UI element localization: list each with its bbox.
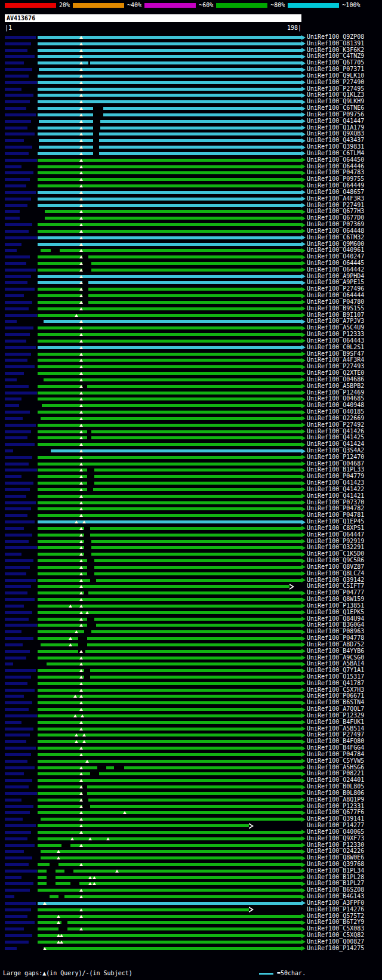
hit-bar[interactable] bbox=[41, 856, 301, 859]
hit-label[interactable]: UniRef100_Q41447 bbox=[307, 118, 364, 125]
hit-bar[interactable] bbox=[38, 236, 301, 239]
hit-bar[interactable] bbox=[38, 837, 301, 840]
hit-label[interactable]: UniRef100_B1PL34 bbox=[307, 868, 364, 874]
hit-bar[interactable] bbox=[38, 36, 301, 39]
hit-bar[interactable] bbox=[38, 921, 301, 924]
hit-bar[interactable] bbox=[38, 353, 301, 356]
hit-bar[interactable] bbox=[38, 269, 301, 272]
hit-bar[interactable] bbox=[38, 753, 301, 756]
hit-bar[interactable] bbox=[38, 288, 301, 291]
hit-bar[interactable] bbox=[38, 546, 301, 549]
hit-bar[interactable] bbox=[38, 514, 301, 517]
hit-bar[interactable] bbox=[38, 392, 301, 395]
hit-bar[interactable] bbox=[38, 198, 301, 201]
hit-bar[interactable] bbox=[45, 217, 301, 220]
hit-bar[interactable] bbox=[38, 223, 301, 226]
hit-bar[interactable] bbox=[38, 747, 301, 750]
hit-bar[interactable] bbox=[38, 463, 301, 466]
hit-bar[interactable] bbox=[38, 307, 301, 310]
hit-bar[interactable] bbox=[38, 572, 301, 575]
hit-bar[interactable] bbox=[38, 785, 301, 788]
hit-bar[interactable] bbox=[38, 49, 301, 52]
hit-bar[interactable] bbox=[38, 611, 301, 614]
hit-bar[interactable] bbox=[38, 792, 301, 795]
hit-bar[interactable] bbox=[38, 411, 301, 414]
hit-bar[interactable] bbox=[38, 805, 301, 808]
hit-label[interactable]: UniRef100_Q8LCZ4 bbox=[307, 571, 364, 577]
hit-bar[interactable] bbox=[38, 204, 301, 207]
hit-bar[interactable] bbox=[38, 650, 301, 653]
hit-bar[interactable] bbox=[38, 915, 301, 918]
hit-bar[interactable] bbox=[38, 799, 301, 802]
hit-bar[interactable] bbox=[38, 507, 301, 510]
hit-bar[interactable] bbox=[38, 501, 301, 504]
hit-bar[interactable] bbox=[39, 68, 301, 71]
hit-label[interactable]: UniRef100_O64442 bbox=[307, 267, 364, 273]
hit-bar[interactable] bbox=[38, 760, 301, 763]
hit-bar[interactable] bbox=[38, 482, 301, 485]
hit-bar[interactable] bbox=[38, 605, 301, 608]
hit-bar[interactable] bbox=[38, 152, 301, 155]
hit-label[interactable]: UniRef100_P14275 bbox=[307, 945, 364, 952]
hit-bar[interactable] bbox=[38, 346, 301, 349]
hit-label[interactable]: UniRef100_B4YYB6 bbox=[307, 648, 364, 655]
hit-bar[interactable] bbox=[38, 191, 301, 194]
hit-bar[interactable] bbox=[38, 553, 301, 556]
hit-bar[interactable] bbox=[38, 475, 301, 478]
hit-label[interactable]: UniRef100_A4F3R3 bbox=[307, 196, 364, 202]
hit-bar[interactable] bbox=[38, 113, 301, 116]
hit-bar[interactable] bbox=[38, 534, 301, 537]
hit-bar[interactable] bbox=[38, 262, 301, 265]
hit-bar[interactable] bbox=[38, 94, 301, 97]
hit-bar[interactable] bbox=[38, 708, 301, 711]
hit-bar[interactable] bbox=[38, 598, 301, 601]
hit-bar[interactable] bbox=[50, 895, 301, 898]
hit-bar[interactable] bbox=[38, 88, 301, 91]
hit-bar[interactable] bbox=[38, 326, 301, 329]
hit-bar[interactable] bbox=[38, 701, 301, 704]
hit-bar[interactable] bbox=[38, 566, 301, 569]
hit-label[interactable]: UniRef100_P27490 bbox=[307, 79, 364, 86]
hit-bar[interactable] bbox=[38, 159, 301, 162]
hit-bar[interactable] bbox=[38, 863, 301, 866]
hit-bar[interactable] bbox=[38, 772, 301, 775]
hit-bar[interactable] bbox=[38, 889, 301, 892]
hit-bar[interactable] bbox=[38, 132, 301, 135]
hit-bar[interactable] bbox=[38, 340, 301, 343]
hit-bar[interactable] bbox=[38, 624, 301, 627]
hit-bar[interactable] bbox=[38, 657, 301, 660]
hit-bar[interactable] bbox=[38, 695, 301, 698]
hit-bar[interactable] bbox=[38, 301, 301, 304]
hit-bar[interactable] bbox=[38, 436, 301, 439]
hit-bar[interactable] bbox=[38, 430, 301, 433]
hit-bar[interactable] bbox=[47, 662, 301, 665]
hit-bar[interactable] bbox=[38, 424, 301, 427]
hit-bar[interactable] bbox=[38, 230, 301, 233]
hit-bar[interactable] bbox=[38, 495, 301, 498]
hit-bar[interactable] bbox=[38, 728, 301, 731]
hit-label[interactable]: UniRef100_O64450 bbox=[307, 157, 364, 164]
hit-bar[interactable] bbox=[38, 107, 301, 110]
hit-label[interactable]: UniRef100_P12470 bbox=[307, 454, 364, 461]
hit-label[interactable]: UniRef100_Q1EPK5 bbox=[307, 609, 364, 616]
hit-bar[interactable] bbox=[38, 171, 301, 174]
hit-bar[interactable] bbox=[38, 255, 301, 258]
hit-bar[interactable] bbox=[38, 766, 301, 769]
hit-label[interactable]: UniRef100_O81391 bbox=[307, 41, 364, 47]
hit-bar[interactable] bbox=[38, 637, 301, 640]
hit-bar[interactable] bbox=[38, 540, 301, 543]
hit-bar[interactable] bbox=[39, 120, 301, 123]
hit-label[interactable]: UniRef100_A5BPB2 bbox=[307, 383, 364, 390]
hit-bar[interactable] bbox=[38, 456, 301, 459]
hit-label[interactable]: UniRef100_Q9XF73 bbox=[307, 836, 364, 842]
hit-label[interactable]: UniRef100_O64447 bbox=[307, 532, 364, 538]
hit-label[interactable]: UniRef100_C5YVW5 bbox=[307, 758, 364, 765]
hit-bar[interactable] bbox=[38, 55, 301, 58]
hit-bar[interactable] bbox=[38, 359, 301, 362]
hit-bar[interactable] bbox=[38, 689, 301, 692]
hit-bar[interactable] bbox=[45, 210, 301, 213]
hit-bar[interactable] bbox=[38, 178, 301, 181]
hit-bar[interactable] bbox=[38, 333, 301, 336]
hit-bar[interactable] bbox=[39, 146, 301, 149]
hit-bar[interactable] bbox=[38, 275, 301, 278]
